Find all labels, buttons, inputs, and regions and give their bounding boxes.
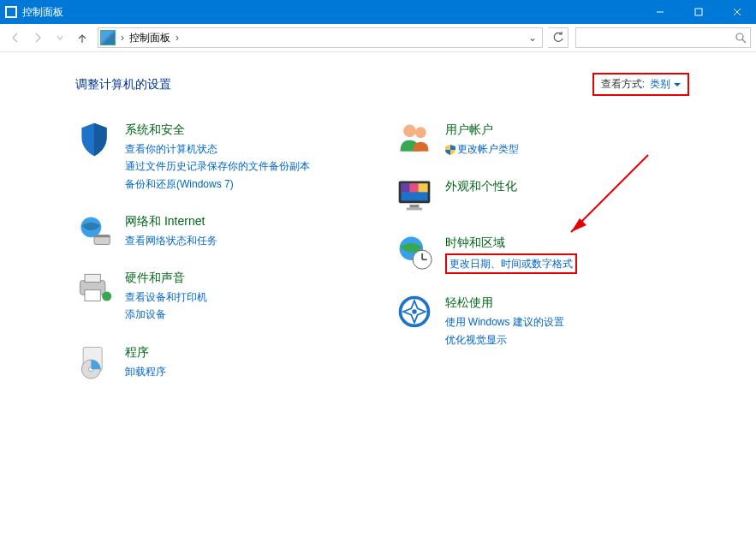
- svg-rect-21: [401, 183, 409, 192]
- category-link[interactable]: 查看网络状态和任务: [125, 232, 217, 249]
- category-appearance: 外观和个性化: [396, 176, 690, 214]
- category-link[interactable]: 使用 Windows 建议的设置: [445, 313, 564, 331]
- forward-button[interactable]: [27, 27, 48, 48]
- up-button[interactable]: [72, 27, 92, 48]
- window-title: 控制面板: [22, 5, 640, 20]
- category-link[interactable]: 备份和还原(Windows 7): [125, 176, 310, 193]
- monitor-colors-icon: [396, 176, 433, 214]
- highlight-box: 更改日期、时间或数字格式: [445, 253, 577, 274]
- svg-rect-12: [85, 290, 100, 301]
- back-button[interactable]: [5, 27, 26, 48]
- svg-rect-23: [418, 183, 427, 192]
- control-panel-icon: [5, 6, 17, 18]
- address-dropdown-icon[interactable]: ⌄: [525, 32, 540, 44]
- clock-globe-icon: [396, 233, 433, 271]
- category-column-right: 用户帐户 更改帐户类型 外观和个性化 时钟和区域 更改日期、时间或数字格式: [396, 120, 690, 399]
- svg-point-13: [102, 292, 111, 301]
- category-title[interactable]: 外观和个性化: [445, 176, 517, 197]
- view-by-label: 查看方式:: [601, 77, 645, 92]
- recent-dropdown[interactable]: [50, 27, 70, 48]
- category-link[interactable]: 优化视觉显示: [445, 331, 564, 348]
- category-link[interactable]: 卸载程序: [125, 363, 166, 380]
- minimize-button[interactable]: [640, 0, 679, 24]
- svg-rect-22: [409, 183, 418, 192]
- shield-icon: [75, 120, 113, 158]
- search-input[interactable]: [580, 32, 735, 44]
- category-user-accounts: 用户帐户 更改帐户类型: [396, 120, 690, 158]
- category-title[interactable]: 硬件和声音: [125, 268, 207, 289]
- svg-point-17: [403, 125, 416, 138]
- category-network-internet: 网络和 Internet 查看网络状态和任务: [75, 211, 370, 249]
- category-clock-region: 时钟和区域 更改日期、时间或数字格式: [396, 233, 690, 274]
- category-programs: 程序 卸载程序: [75, 342, 370, 380]
- maximize-button[interactable]: [679, 0, 717, 24]
- category-title[interactable]: 程序: [125, 342, 166, 363]
- svg-rect-9: [94, 235, 110, 237]
- control-panel-path-icon: [100, 30, 116, 45]
- window-titlebar: 控制面板: [0, 0, 756, 24]
- printer-icon: [75, 268, 113, 306]
- chevron-right-icon[interactable]: ›: [119, 32, 126, 44]
- svg-point-32: [412, 310, 417, 315]
- category-system-security: 系统和安全 查看你的计算机状态 通过文件历史记录保存你的文件备份副本 备份和还原…: [75, 120, 370, 193]
- category-title[interactable]: 轻松使用: [445, 293, 564, 313]
- globe-network-icon: [75, 211, 113, 249]
- disc-box-icon: [75, 342, 113, 380]
- content-area: 调整计算机的设置 查看方式: 类别 系统和安全 查看你的计算机状态 通过文件历史…: [0, 52, 756, 399]
- view-by-selector[interactable]: 查看方式: 类别: [592, 73, 689, 96]
- svg-line-6: [742, 39, 746, 43]
- category-link[interactable]: 更改帐户类型: [445, 140, 519, 158]
- view-by-value: 类别: [650, 77, 670, 92]
- category-link[interactable]: 查看你的计算机状态: [125, 140, 310, 158]
- category-title[interactable]: 系统和安全: [125, 120, 310, 140]
- category-link[interactable]: 添加设备: [125, 306, 207, 323]
- category-title[interactable]: 网络和 Internet: [125, 211, 217, 232]
- refresh-button[interactable]: [548, 27, 568, 48]
- users-icon: [396, 120, 433, 158]
- svg-rect-1: [695, 9, 702, 15]
- category-link[interactable]: 查看设备和打印机: [125, 289, 207, 306]
- category-title[interactable]: 用户帐户: [445, 120, 519, 140]
- category-hardware-sound: 硬件和声音 查看设备和打印机 添加设备: [75, 268, 370, 324]
- close-button[interactable]: [717, 0, 756, 24]
- chevron-right-icon[interactable]: ›: [174, 32, 181, 44]
- category-title[interactable]: 时钟和区域: [445, 233, 577, 253]
- page-heading: 调整计算机的设置: [75, 77, 592, 92]
- svg-rect-25: [406, 208, 421, 211]
- uac-shield-icon: [445, 145, 455, 155]
- category-column-left: 系统和安全 查看你的计算机状态 通过文件历史记录保存你的文件备份副本 备份和还原…: [75, 120, 370, 399]
- svg-rect-11: [85, 274, 100, 282]
- category-ease-of-access: 轻松使用 使用 Windows 建议的设置 优化视觉显示: [396, 293, 690, 348]
- svg-rect-24: [409, 205, 419, 208]
- svg-point-5: [736, 33, 743, 40]
- category-link-change-datetime-format[interactable]: 更改日期、时间或数字格式: [449, 255, 573, 272]
- ease-of-access-icon: [396, 293, 433, 331]
- search-box[interactable]: [575, 27, 751, 48]
- chevron-down-icon: [674, 83, 681, 86]
- search-icon[interactable]: [735, 32, 747, 44]
- svg-point-18: [414, 127, 426, 138]
- address-bar[interactable]: › 控制面板 › ⌄: [98, 27, 543, 48]
- breadcrumb-root[interactable]: 控制面板: [126, 31, 174, 45]
- navigation-bar: › 控制面板 › ⌄: [0, 24, 756, 52]
- category-link[interactable]: 通过文件历史记录保存你的文件备份副本: [125, 158, 310, 175]
